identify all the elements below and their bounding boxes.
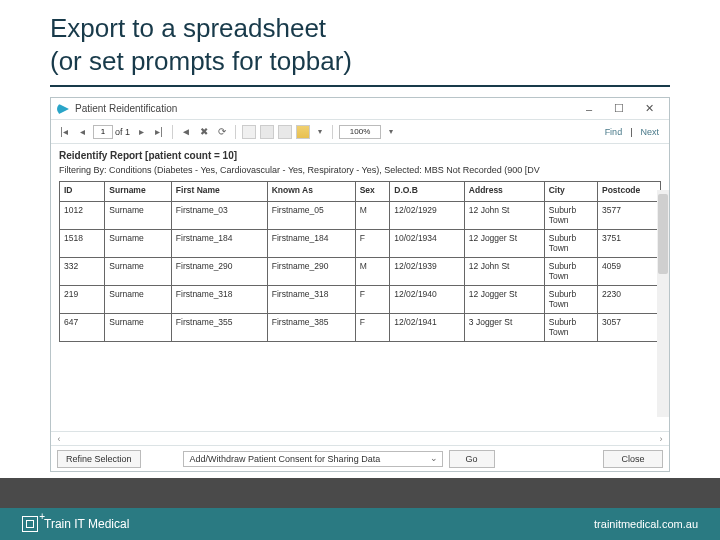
brand-url: trainitmedical.com.au [594, 518, 698, 530]
col-dob: D.O.B [390, 182, 465, 202]
window-title: Patient Reidentification [75, 103, 573, 114]
refresh-button[interactable]: ⟳ [215, 125, 229, 139]
page-current-input[interactable] [93, 125, 113, 139]
patient-table: ID Surname First Name Known As Sex D.O.B… [59, 181, 661, 342]
find-link[interactable]: Find [601, 127, 627, 137]
page-of-label: of 1 [115, 127, 130, 137]
col-address: Address [464, 182, 544, 202]
footer-teal-band: Train IT Medical trainitmedical.com.au [0, 508, 720, 540]
maximize-button[interactable]: ☐ [605, 100, 633, 118]
brand-logo-icon [22, 516, 38, 532]
col-postcode: Postcode [598, 182, 661, 202]
titlebar: Patient Reidentification – ☐ ✕ [51, 98, 669, 120]
zoom-dropdown-icon[interactable]: ▾ [385, 125, 397, 139]
scroll-right-icon[interactable]: › [655, 434, 667, 444]
col-knownas: Known As [267, 182, 355, 202]
vertical-scroll-thumb[interactable] [658, 194, 668, 274]
table-row: 1518SurnameFirstname_184Firstname_184F10… [60, 230, 661, 258]
col-id: ID [60, 182, 105, 202]
brand-name: Train IT Medical [44, 517, 129, 531]
page-indicator: of 1 [93, 125, 130, 139]
toolbar-separator [235, 125, 236, 139]
table-row: 219SurnameFirstname_318Firstname_318F12/… [60, 286, 661, 314]
page-setup-icon[interactable] [278, 125, 292, 139]
table-row: 1012SurnameFirstname_03Firstname_05M12/0… [60, 202, 661, 230]
table-row: 332SurnameFirstname_290Firstname_290M12/… [60, 258, 661, 286]
back-button[interactable]: ◄ [179, 125, 193, 139]
report-area: Reidentify Report [patient count = 10] F… [51, 144, 669, 431]
minimize-button[interactable]: – [575, 100, 603, 118]
zoom-level[interactable]: 100% [339, 125, 381, 139]
next-link[interactable]: Next [636, 127, 663, 137]
col-firstname: First Name [171, 182, 267, 202]
slide-title: Export to a spreadsheet (or set prompts … [0, 0, 720, 85]
horizontal-scrollbar[interactable]: ‹ › [51, 431, 669, 445]
report-title: Reidentify Report [patient count = 10] [59, 150, 661, 161]
nav-next-button[interactable]: ▸ [134, 125, 148, 139]
footer-gray-band [0, 478, 720, 508]
title-underline [50, 85, 670, 87]
toolbar-separator [332, 125, 333, 139]
close-window-button[interactable]: ✕ [635, 100, 663, 118]
nav-last-button[interactable]: ▸| [152, 125, 166, 139]
vertical-scrollbar[interactable] [657, 190, 669, 417]
nav-prev-button[interactable]: ◂ [75, 125, 89, 139]
col-sex: Sex [355, 182, 390, 202]
slide-title-line2: (or set prompts for topbar) [50, 46, 352, 76]
layout-icon[interactable] [260, 125, 274, 139]
table-row: 647SurnameFirstname_355Firstname_385F12/… [60, 314, 661, 342]
export-icon[interactable] [296, 125, 310, 139]
toolbar-pipe: | [630, 127, 632, 137]
refine-selection-button[interactable]: Refine Selection [57, 450, 141, 468]
scroll-left-icon[interactable]: ‹ [53, 434, 65, 444]
slide-title-line1: Export to a spreadsheet [50, 13, 326, 43]
col-surname: Surname [105, 182, 172, 202]
table-header-row: ID Surname First Name Known As Sex D.O.B… [60, 182, 661, 202]
brand: Train IT Medical [22, 516, 129, 532]
stop-button[interactable]: ✖ [197, 125, 211, 139]
export-dropdown-icon[interactable]: ▾ [314, 125, 326, 139]
app-icon [57, 103, 69, 115]
col-city: City [544, 182, 597, 202]
toolbar-separator [172, 125, 173, 139]
report-toolbar: |◂ ◂ of 1 ▸ ▸| ◄ ✖ ⟳ ▾ 100% ▾ Find | Nex… [51, 120, 669, 144]
print-icon[interactable] [242, 125, 256, 139]
report-filter: Filtering By: Conditions (Diabetes - Yes… [59, 165, 661, 175]
close-button[interactable]: Close [603, 450, 663, 468]
app-window: Patient Reidentification – ☐ ✕ |◂ ◂ of 1… [50, 97, 670, 472]
footer-bar: Refine Selection Add/Withdraw Patient Co… [51, 445, 669, 471]
action-select[interactable]: Add/Withdraw Patient Consent for Sharing… [183, 451, 443, 467]
slide-footer: Train IT Medical trainitmedical.com.au [0, 478, 720, 540]
go-button[interactable]: Go [449, 450, 495, 468]
nav-first-button[interactable]: |◂ [57, 125, 71, 139]
